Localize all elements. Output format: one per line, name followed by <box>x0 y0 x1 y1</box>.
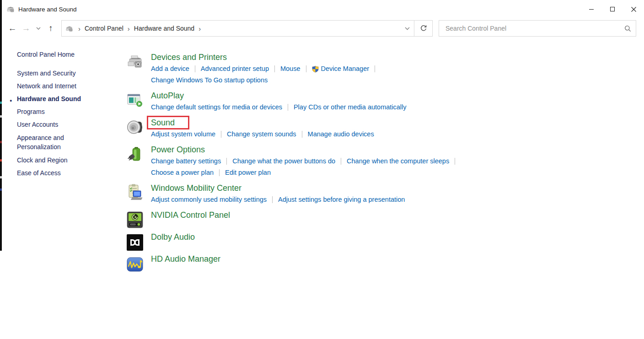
power-buttons-link[interactable]: Change what the power buttons do <box>232 156 335 166</box>
separator <box>195 65 195 72</box>
back-button[interactable]: ← <box>5 21 19 36</box>
advanced-printer-setup-link[interactable]: Advanced printer setup <box>201 64 269 74</box>
sidebar: Control Panel Home System and Security N… <box>0 38 126 182</box>
autoplay-default-settings-link[interactable]: Change default settings for media or dev… <box>151 102 282 112</box>
nvidia-icon[interactable] <box>126 211 151 231</box>
separator <box>274 65 275 72</box>
section-power-options: Power Options Change battery settings Ch… <box>126 145 643 178</box>
hd-audio-icon[interactable] <box>126 255 151 275</box>
section-sound: Sound Adjust system volume Change system… <box>126 118 643 139</box>
edit-power-plan-link[interactable]: Edit power plan <box>225 168 271 178</box>
sidebar-item-hardware-and-sound[interactable]: ●Hardware and Sound <box>17 95 95 103</box>
sidebar-item-control-panel-home[interactable]: Control Panel Home <box>17 50 126 59</box>
mobility-settings-link[interactable]: Adjust commonly used mobility settings <box>151 195 267 204</box>
separator <box>302 131 302 138</box>
hd-audio-manager-link[interactable]: HD Audio Manager <box>151 254 220 264</box>
maximize-button[interactable] <box>602 0 623 18</box>
main-content: Devices and Printers Add a device Advanc… <box>126 38 643 276</box>
up-icon: ↑ <box>48 23 53 33</box>
task-row: Change default settings for media or dev… <box>151 102 407 112</box>
window-title: Hardware and Sound <box>18 6 77 13</box>
adjust-system-volume-link[interactable]: Adjust system volume <box>151 129 215 139</box>
sidebar-item-network-and-internet[interactable]: Network and Internet <box>17 82 95 90</box>
section-dolby-audio: Dolby Audio <box>126 232 643 254</box>
breadcrumb-control-panel[interactable]: Control Panel <box>85 25 123 32</box>
minimize-icon <box>589 6 594 12</box>
search-box <box>439 20 636 37</box>
sidebar-item-user-accounts[interactable]: User Accounts <box>17 120 95 129</box>
breadcrumb-hardware-and-sound[interactable]: Hardware and Sound <box>134 25 194 32</box>
breadcrumb-separator-icon[interactable]: › <box>123 25 134 32</box>
up-button[interactable]: ↑ <box>44 21 58 36</box>
device-manager-label: Device Manager <box>321 64 370 74</box>
mouse-link[interactable]: Mouse <box>280 64 301 74</box>
location-printer-icon[interactable] <box>65 25 73 32</box>
active-bullet-icon: ● <box>10 97 12 105</box>
task-row: Add a device Advanced printer setup Mous… <box>151 64 381 74</box>
speaker-icon[interactable] <box>126 118 151 139</box>
dolby-audio-link[interactable]: Dolby Audio <box>151 232 195 242</box>
autoplay-link[interactable]: AutoPlay <box>151 91 184 101</box>
task-row: Choose a power plan Edit power plan <box>151 168 461 178</box>
mobility-center-icon[interactable] <box>126 183 151 204</box>
change-battery-settings-link[interactable]: Change battery settings <box>151 156 221 166</box>
devices-and-printers-link[interactable]: Devices and Printers <box>151 52 227 62</box>
section-autoplay: AutoPlay Change default settings for med… <box>126 91 643 112</box>
separator <box>226 158 227 165</box>
caption-buttons <box>581 0 644 18</box>
app-printer-icon <box>6 5 15 13</box>
printer-camera-icon[interactable] <box>126 52 151 85</box>
device-manager-link[interactable]: Device Manager <box>312 64 370 74</box>
choose-power-plan-link[interactable]: Choose a power plan <box>151 168 214 178</box>
breadcrumb-separator-icon[interactable]: › <box>194 25 205 32</box>
windows-to-go-link[interactable]: Change Windows To Go startup options <box>151 75 268 85</box>
uac-shield-icon <box>312 65 319 73</box>
sidebar-item-appearance-and-personalization[interactable]: Appearance and Personalization <box>17 133 95 151</box>
dolby-icon[interactable] <box>126 233 151 253</box>
add-a-device-link[interactable]: Add a device <box>151 64 189 74</box>
sidebar-item-label: Hardware and Sound <box>17 95 81 102</box>
change-system-sounds-link[interactable]: Change system sounds <box>227 129 296 139</box>
breadcrumb-separator-icon[interactable]: › <box>74 25 85 32</box>
sound-link[interactable]: Sound <box>151 118 175 127</box>
address-bar[interactable]: › Control Panel › Hardware and Sound › <box>61 20 433 37</box>
battery-plug-icon[interactable] <box>126 145 151 178</box>
sidebar-item-programs[interactable]: Programs <box>17 108 95 116</box>
forward-icon: → <box>22 23 31 33</box>
chevron-down-icon <box>405 27 410 30</box>
play-cds-link[interactable]: Play CDs or other media automatically <box>294 102 407 112</box>
separator <box>288 104 288 111</box>
title-bar: Hardware and Sound <box>0 0 644 18</box>
recent-pages-button[interactable] <box>33 21 44 36</box>
task-row: Adjust system volume Change system sound… <box>151 129 374 139</box>
task-row: Adjust commonly used mobility settings A… <box>151 195 405 204</box>
search-input[interactable] <box>439 25 619 32</box>
separator <box>219 169 220 176</box>
refresh-button[interactable] <box>414 21 432 36</box>
refresh-icon <box>420 25 427 32</box>
breadcrumb: › Control Panel › Hardware and Sound › <box>62 21 400 36</box>
separator <box>306 65 306 72</box>
power-options-link[interactable]: Power Options <box>151 145 205 155</box>
search-button[interactable] <box>619 25 636 32</box>
navigation-bar: ← → ↑ › Control Panel › Hardware and Sou… <box>0 18 644 38</box>
task-row: Change Windows To Go startup options <box>151 75 381 85</box>
sidebar-item-ease-of-access[interactable]: Ease of Access <box>17 169 95 177</box>
sidebar-item-clock-and-region[interactable]: Clock and Region <box>17 156 95 164</box>
task-row: Change battery settings Change what the … <box>151 156 461 166</box>
section-windows-mobility-center: Windows Mobility Center Adjust commonly … <box>126 183 643 204</box>
windows-mobility-center-link[interactable]: Windows Mobility Center <box>151 183 242 193</box>
computer-sleeps-link[interactable]: Change when the computer sleeps <box>347 156 449 166</box>
section-devices-and-printers: Devices and Printers Add a device Advanc… <box>126 52 643 85</box>
autoplay-icon[interactable] <box>126 91 151 112</box>
separator <box>375 65 375 72</box>
manage-audio-devices-link[interactable]: Manage audio devices <box>308 129 374 139</box>
sidebar-item-system-and-security[interactable]: System and Security <box>17 69 95 77</box>
close-button[interactable] <box>623 0 644 18</box>
nvidia-control-panel-link[interactable]: NVIDIA Control Panel <box>151 210 230 220</box>
address-dropdown-button[interactable] <box>400 21 414 36</box>
forward-button[interactable]: → <box>19 21 33 36</box>
maximize-icon <box>610 6 615 12</box>
presentation-settings-link[interactable]: Adjust settings before giving a presenta… <box>278 195 405 204</box>
minimize-button[interactable] <box>581 0 602 18</box>
